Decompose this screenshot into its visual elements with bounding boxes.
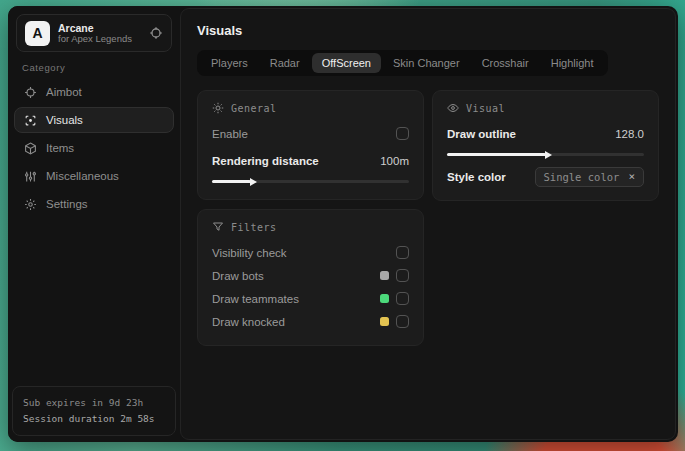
draw-bots-checkbox[interactable] <box>396 269 409 282</box>
focus-icon <box>24 114 37 127</box>
draw-knocked-row: Draw knocked <box>212 311 409 332</box>
enable-checkbox[interactable] <box>396 127 409 140</box>
style-color-select[interactable]: Single color × <box>535 167 644 187</box>
draw-teammates-row: Draw teammates <box>212 288 409 309</box>
tab-offscreen[interactable]: OffScreen <box>312 53 381 73</box>
general-panel-header: General <box>212 102 409 114</box>
panel-grid: General Enable Rendering distance 100m <box>197 90 659 346</box>
subscription-info-card: Sub expires in 9d 23h Session duration 2… <box>12 386 176 436</box>
rendering-distance-row: Rendering distance 100m <box>212 150 409 171</box>
main-content: Visuals Players Radar OffScreen Skin Cha… <box>180 8 676 440</box>
app-title: Arcane <box>58 22 141 34</box>
target-icon[interactable] <box>149 26 163 40</box>
draw-outline-row: Draw outline 128.0 <box>447 123 644 144</box>
desktop-background: A Arcane for Apex Legends Category <box>0 0 685 451</box>
visibility-check-row: Visibility check <box>212 242 409 263</box>
sun-icon <box>212 102 224 114</box>
sidebar-item-label: Miscellaneous <box>46 170 119 182</box>
category-section-label: Category <box>22 62 180 73</box>
visibility-check-label: Visibility check <box>212 247 287 259</box>
draw-teammates-color-swatch[interactable] <box>380 294 389 303</box>
app-window: A Arcane for Apex Legends Category <box>8 6 678 442</box>
style-color-label: Style color <box>447 171 506 183</box>
visual-panel: Visual Draw outline 128.0 Style color <box>432 90 659 201</box>
draw-bots-label: Draw bots <box>212 270 264 282</box>
page-title: Visuals <box>197 23 659 38</box>
enable-row: Enable <box>212 123 409 144</box>
style-color-row: Style color Single color × <box>447 166 644 187</box>
eye-icon <box>447 102 459 114</box>
crosshair-icon <box>24 86 37 99</box>
left-panel-column: General Enable Rendering distance 100m <box>197 90 424 346</box>
sidebar-item-label: Visuals <box>46 114 83 126</box>
rendering-distance-slider-fill[interactable] <box>212 180 251 183</box>
filters-panel-title: Filters <box>231 222 277 233</box>
logo-text: Arcane for Apex Legends <box>58 22 141 45</box>
sidebar-item-label: Items <box>46 142 74 154</box>
draw-bots-controls <box>380 269 409 282</box>
box-icon <box>24 142 37 155</box>
draw-teammates-label: Draw teammates <box>212 293 299 305</box>
draw-bots-color-swatch[interactable] <box>380 271 389 280</box>
draw-knocked-label: Draw knocked <box>212 316 285 328</box>
draw-outline-slider[interactable] <box>447 153 644 156</box>
draw-bots-row: Draw bots <box>212 265 409 286</box>
sidebar-item-label: Aimbot <box>46 86 82 98</box>
tab-players[interactable]: Players <box>201 53 258 73</box>
tab-skin-changer[interactable]: Skin Changer <box>383 53 470 73</box>
draw-outline-label: Draw outline <box>447 128 516 140</box>
sidebar-item-settings[interactable]: Settings <box>14 191 174 217</box>
sidebar: A Arcane for Apex Legends Category <box>8 6 180 442</box>
tab-crosshair[interactable]: Crosshair <box>472 53 539 73</box>
draw-outline-slider-fill[interactable] <box>447 153 546 156</box>
sidebar-item-visuals[interactable]: Visuals <box>14 107 174 133</box>
rendering-distance-label: Rendering distance <box>212 155 319 167</box>
gear-icon <box>24 198 37 211</box>
general-panel: General Enable Rendering distance 100m <box>197 90 424 200</box>
app-subtitle: for Apex Legends <box>58 34 141 45</box>
sliders-icon <box>24 170 37 183</box>
close-icon[interactable]: × <box>628 171 635 182</box>
logo-card: A Arcane for Apex Legends <box>16 14 172 52</box>
draw-outline-value: 128.0 <box>615 128 644 140</box>
visual-panel-header: Visual <box>447 102 644 114</box>
sidebar-item-label: Settings <box>46 198 88 210</box>
right-panel-column: Visual Draw outline 128.0 Style color <box>432 90 659 201</box>
draw-knocked-controls <box>380 315 409 328</box>
draw-teammates-controls <box>380 292 409 305</box>
funnel-icon <box>212 221 224 233</box>
session-duration-text: Session duration 2m 58s <box>23 411 165 427</box>
draw-knocked-color-swatch[interactable] <box>380 317 389 326</box>
filters-panel: Filters Visibility check Draw bots <box>197 209 424 346</box>
enable-label: Enable <box>212 128 248 140</box>
draw-knocked-checkbox[interactable] <box>396 315 409 328</box>
tab-highlight[interactable]: Highlight <box>541 53 604 73</box>
general-panel-title: General <box>231 103 277 114</box>
visibility-check-checkbox[interactable] <box>396 246 409 259</box>
style-color-selected-value: Single color <box>544 171 620 183</box>
tab-radar[interactable]: Radar <box>260 53 310 73</box>
app-logo: A <box>25 21 50 46</box>
sidebar-item-aimbot[interactable]: Aimbot <box>14 79 174 105</box>
filters-panel-header: Filters <box>212 221 409 233</box>
sub-expires-text: Sub expires in 9d 23h <box>23 395 165 411</box>
sidebar-item-items[interactable]: Items <box>14 135 174 161</box>
rendering-distance-slider[interactable] <box>212 180 409 183</box>
sidebar-item-miscellaneous[interactable]: Miscellaneous <box>14 163 174 189</box>
draw-teammates-checkbox[interactable] <box>396 292 409 305</box>
rendering-distance-value: 100m <box>380 155 409 167</box>
visual-panel-title: Visual <box>466 103 505 114</box>
sidebar-nav: Aimbot Visuals I <box>8 79 180 217</box>
visuals-tabbar: Players Radar OffScreen Skin Changer Cro… <box>197 50 608 76</box>
